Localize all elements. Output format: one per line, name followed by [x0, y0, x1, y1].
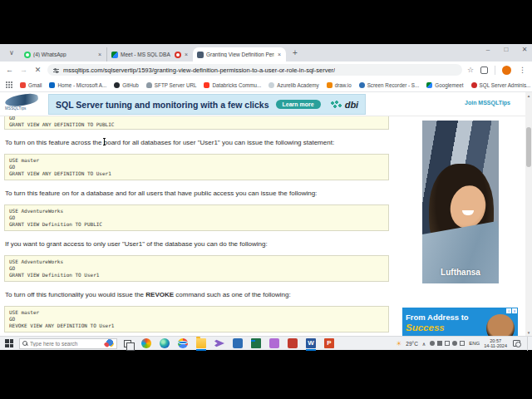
- bookmark-github[interactable]: GitHub: [114, 82, 139, 88]
- join-mssqltips-link[interactable]: Join MSSQLTips: [465, 100, 510, 106]
- code-line: GO: [9, 316, 384, 323]
- bookmark-star-icon[interactable]: ☆: [467, 66, 474, 74]
- code-line: USE master: [9, 157, 384, 164]
- tray-camera-icon[interactable]: [437, 341, 442, 346]
- bookmark-sql-server-admin[interactable]: SQL Server Adminis...: [471, 82, 531, 88]
- learn-more-button[interactable]: Learn more: [276, 100, 321, 109]
- copilot-icon[interactable]: [141, 338, 151, 348]
- stop-loading-button[interactable]: ✕: [33, 66, 42, 74]
- weather-icon[interactable]: ☀: [396, 340, 401, 347]
- code-block-grant-db-user1[interactable]: USE AdventureWorks GO GRANT VIEW Definit…: [4, 255, 389, 282]
- scrollbar-thumb[interactable]: [526, 127, 531, 167]
- tray-chevron-icon[interactable]: ∧: [422, 341, 426, 347]
- network-icon[interactable]: [452, 341, 457, 346]
- googlemeet-icon: [426, 82, 432, 88]
- visual-studio-icon[interactable]: [214, 338, 224, 348]
- adchoices-close-icon[interactable]: x: [512, 308, 517, 313]
- sponsor-banner[interactable]: SQL Server tuning and monitoring with a …: [48, 94, 366, 115]
- paragraph-turn-on-all-dbs: To turn on this feature across the board…: [5, 139, 389, 146]
- forward-button[interactable]: →: [19, 66, 28, 74]
- bookmark-databricks[interactable]: Databricks Commu...: [204, 82, 261, 88]
- new-tab-button[interactable]: +: [289, 47, 301, 59]
- search-input[interactable]: [30, 341, 101, 347]
- excel-icon[interactable]: [251, 338, 261, 348]
- bookmark-gmail[interactable]: Gmail: [20, 82, 42, 88]
- tab-whatsapp[interactable]: (4) WhatsApp ×: [20, 47, 106, 62]
- search-icon: [22, 341, 27, 346]
- code-block-grant-any-user1[interactable]: USE master GO GRANT VIEW ANY DEFINITION …: [4, 154, 389, 180]
- ad2-photo-face: [486, 314, 515, 336]
- taskbar-search[interactable]: [19, 338, 117, 349]
- tab-granting-view-definition[interactable]: Granting View Definition Permi ×: [193, 47, 286, 62]
- adchoices-info-icon[interactable]: i: [506, 308, 511, 313]
- site-settings-icon[interactable]: [53, 67, 59, 73]
- banner-headline: SQL Server tuning and monitoring with a …: [56, 100, 269, 110]
- dbi-dots-icon: [331, 101, 342, 108]
- app-icon[interactable]: [269, 338, 279, 348]
- azure-data-studio-icon[interactable]: [233, 338, 243, 348]
- logo-text: MSSQLTips: [5, 106, 45, 111]
- notification-center-icon[interactable]: [513, 340, 520, 347]
- maximize-button[interactable]: □: [502, 46, 510, 53]
- chrome-icon[interactable]: [178, 338, 188, 348]
- back-button[interactable]: ←: [5, 66, 14, 74]
- code-line: GO: [9, 265, 384, 272]
- azurelib-icon: [268, 82, 274, 88]
- code-line: USE AdventureWorks: [9, 259, 384, 265]
- scroll-down-icon[interactable]: ▾: [525, 329, 532, 336]
- recorder-app-icon[interactable]: [288, 338, 298, 348]
- bookmark-azurelib[interactable]: Azurelib Academy: [268, 82, 318, 88]
- clock[interactable]: 20:57 14-11-2024: [484, 338, 507, 348]
- tab-meet[interactable]: Meet - MS SQL DBA_Traini ×: [106, 47, 193, 62]
- tab-search-icon[interactable]: ∨: [5, 47, 18, 60]
- edge-icon[interactable]: [160, 338, 170, 348]
- code-block-revoke-user1[interactable]: USE master GO REVOKE VIEW ANY DEFINITION…: [4, 306, 389, 332]
- side-panel-icon[interactable]: [480, 66, 488, 74]
- bookmark-screen-recorder[interactable]: Screen Recorder - S...: [359, 82, 420, 88]
- start-button[interactable]: [5, 339, 13, 347]
- chrome-menu-icon[interactable]: ⋮: [518, 66, 527, 74]
- whatsapp-icon: [24, 52, 31, 58]
- microphone-icon[interactable]: [445, 341, 450, 346]
- code-block-grant-any-public[interactable]: GO GRANT VIEW ANY DEFINITION TO PUBLIC: [4, 116, 389, 130]
- word-icon[interactable]: W: [306, 338, 316, 348]
- sql-server-icon: [471, 82, 477, 88]
- mssqltips-logo[interactable]: MSSQLTips: [5, 95, 45, 113]
- divider: [495, 66, 495, 75]
- temperature-label[interactable]: 29°C: [406, 341, 418, 347]
- tab-close-icon[interactable]: ×: [97, 52, 102, 57]
- bookmark-sftp[interactable]: SFTP Server URL: [146, 82, 197, 88]
- paragraph-revoke: To turn off this functionality you would…: [5, 291, 389, 298]
- code-block-grant-db-public[interactable]: USE AdventureWorks GO GRANT VIEW Definit…: [4, 204, 389, 231]
- github-icon: [114, 82, 120, 88]
- bookmark-drawio[interactable]: draw.io: [327, 82, 352, 88]
- task-view-button[interactable]: [124, 340, 131, 347]
- show-desktop-button[interactable]: [527, 337, 529, 351]
- language-indicator[interactable]: ENG: [469, 341, 480, 346]
- gmail-icon: [20, 82, 26, 88]
- lufthansa-ad[interactable]: Lufthansa: [422, 121, 499, 283]
- url-text: mssqltips.com/sqlservertip/1593/granting…: [63, 66, 335, 74]
- recording-icon: [175, 52, 181, 58]
- code-line: GRANT VIEW Definition TO PUBLIC: [9, 221, 384, 228]
- powerpoint-icon[interactable]: P: [324, 338, 334, 348]
- page-scrollbar[interactable]: ▴ ▾: [525, 92, 532, 336]
- meet-icon: [111, 52, 118, 58]
- apps-grid-icon[interactable]: [6, 81, 12, 88]
- address-to-success-ad[interactable]: i x From Address to Success: [402, 308, 518, 336]
- bookmark-microsoft-home[interactable]: Home - Microsoft A...: [49, 82, 106, 88]
- tab-close-icon[interactable]: ×: [184, 52, 189, 57]
- tray-app-icon[interactable]: [430, 341, 435, 346]
- file-explorer-icon[interactable]: [196, 338, 206, 348]
- bookmark-googlemeet[interactable]: Googlemeet: [426, 82, 463, 88]
- mssqltips-favicon: [197, 52, 204, 58]
- profile-avatar[interactable]: [502, 66, 511, 75]
- address-input[interactable]: mssqltips.com/sqlservertip/1593/granting…: [47, 64, 462, 76]
- tab-title: Meet - MS SQL DBA_Traini: [121, 52, 172, 57]
- volume-icon[interactable]: [460, 341, 465, 346]
- dbi-logo: dbi: [331, 100, 359, 110]
- tab-close-icon[interactable]: ×: [277, 52, 282, 57]
- close-button[interactable]: ✕: [520, 46, 529, 53]
- scroll-up-icon[interactable]: ▴: [525, 92, 532, 99]
- minimize-button[interactable]: –: [484, 46, 492, 53]
